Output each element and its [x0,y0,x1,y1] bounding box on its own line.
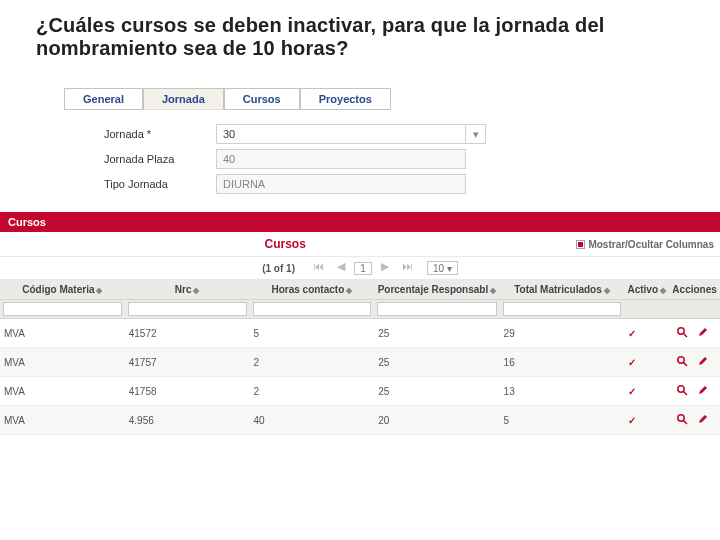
cell-codigo: MVA [0,319,125,348]
cell-horas: 5 [250,319,375,348]
sort-icon: ◆ [346,286,352,295]
jornada-dropdown[interactable]: ▾ [466,124,486,144]
col-acciones: Acciones [669,280,720,300]
section-subheader: Cursos Mostrar/Ocultar Columnas [0,232,720,257]
edit-icon[interactable] [697,384,709,396]
sort-icon: ◆ [660,286,666,295]
tab-jornada[interactable]: Jornada [143,88,224,110]
svg-line-1 [684,334,687,337]
tab-general[interactable]: General [64,88,143,110]
svg-point-2 [678,357,684,363]
cell-activo[interactable]: ✓ [624,348,669,377]
cursos-table: Código Materia◆ Nrc◆ Horas contacto◆ Por… [0,280,720,435]
svg-point-0 [678,328,684,334]
cell-acciones [669,406,720,435]
tipo-jornada-label: Tipo Jornada [104,178,216,190]
columns-icon [576,240,585,249]
svg-line-5 [684,392,687,395]
jornada-plaza-field: 40 [216,149,466,169]
pager-next-icon[interactable]: ▶ [377,260,393,276]
view-icon[interactable] [676,326,688,338]
pager-info: (1 of 1) [262,263,295,274]
jornada-plaza-label: Jornada Plaza [104,153,216,165]
jornada-label: Jornada * [104,128,216,140]
edit-icon[interactable] [697,326,709,338]
filter-porcentaje[interactable] [377,302,496,316]
check-icon: ✓ [628,357,636,368]
chevron-down-icon: ▾ [473,128,479,141]
cell-activo[interactable]: ✓ [624,377,669,406]
cell-codigo: MVA [0,377,125,406]
col-horas[interactable]: Horas contacto◆ [250,280,375,300]
cell-acciones [669,377,720,406]
cell-nrc: 4.956 [125,406,250,435]
cell-total: 5 [500,406,625,435]
tipo-jornada-field: DIURNA [216,174,466,194]
col-codigo[interactable]: Código Materia◆ [0,280,125,300]
view-icon[interactable] [676,413,688,425]
view-icon[interactable] [676,355,688,367]
col-porcentaje[interactable]: Porcentaje Responsabl◆ [374,280,499,300]
cell-codigo: MVA [0,406,125,435]
view-icon[interactable] [676,384,688,396]
pager-page[interactable]: 1 [354,262,372,275]
pager-size-value: 10 [433,263,444,274]
cell-porcentaje: 20 [374,406,499,435]
table-row: MVA 4.956 40 20 5 ✓ [0,406,720,435]
table-row: MVA 41758 2 25 13 ✓ [0,377,720,406]
sort-icon: ◆ [490,286,496,295]
col-nrc[interactable]: Nrc◆ [125,280,250,300]
check-icon: ✓ [628,386,636,397]
cell-nrc: 41572 [125,319,250,348]
filter-codigo[interactable] [3,302,122,316]
sort-icon: ◆ [193,286,199,295]
toggle-columns-button[interactable]: Mostrar/Ocultar Columnas [570,232,720,256]
section-header-cursos: Cursos [0,212,720,232]
svg-line-3 [684,363,687,366]
col-activo[interactable]: Activo◆ [624,280,669,300]
cell-activo[interactable]: ✓ [624,319,669,348]
pager-size-select[interactable]: 10 ▾ [427,261,458,275]
page-title: ¿Cuáles cursos se deben inactivar, para … [36,14,720,60]
pager-first-icon[interactable]: ⏮ [310,260,326,276]
filter-nrc[interactable] [128,302,247,316]
jornada-field[interactable]: 30 [216,124,466,144]
cell-porcentaje: 25 [374,348,499,377]
tab-cursos[interactable]: Cursos [224,88,300,110]
svg-point-6 [678,415,684,421]
table-row: MVA 41757 2 25 16 ✓ [0,348,720,377]
cell-nrc: 41757 [125,348,250,377]
cell-activo[interactable]: ✓ [624,406,669,435]
filter-horas[interactable] [253,302,372,316]
svg-point-4 [678,386,684,392]
cell-codigo: MVA [0,348,125,377]
chevron-down-icon: ▾ [447,263,452,274]
cell-porcentaje: 25 [374,319,499,348]
cell-total: 16 [500,348,625,377]
check-icon: ✓ [628,328,636,339]
cell-porcentaje: 25 [374,377,499,406]
pager: (1 of 1) ⏮ ◀ 1 ▶ ⏭ 10 ▾ [0,257,720,280]
pager-prev-icon[interactable]: ◀ [333,260,349,276]
toggle-columns-label: Mostrar/Ocultar Columnas [588,239,714,250]
pager-last-icon[interactable]: ⏭ [400,260,416,276]
sort-icon: ◆ [604,286,610,295]
cell-nrc: 41758 [125,377,250,406]
table-row: MVA 41572 5 25 29 ✓ [0,319,720,348]
edit-icon[interactable] [697,355,709,367]
cell-acciones [669,319,720,348]
cell-total: 29 [500,319,625,348]
cell-horas: 40 [250,406,375,435]
cell-horas: 2 [250,377,375,406]
svg-line-7 [684,421,687,424]
cell-horas: 2 [250,348,375,377]
tab-bar: General Jornada Cursos Proyectos [64,88,720,110]
cell-acciones [669,348,720,377]
tab-proyectos[interactable]: Proyectos [300,88,391,110]
col-total[interactable]: Total Matriculados◆ [500,280,625,300]
edit-icon[interactable] [697,413,709,425]
check-icon: ✓ [628,415,636,426]
filter-total[interactable] [503,302,622,316]
cell-total: 13 [500,377,625,406]
section-subtitle: Cursos [0,232,570,256]
